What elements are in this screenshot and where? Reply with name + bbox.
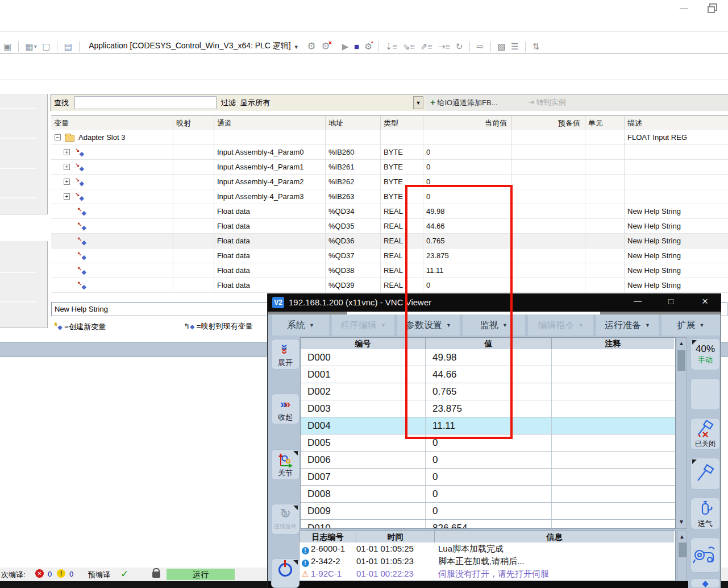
expand-expander-icon[interactable]: + <box>64 149 70 155</box>
run-to-cursor-icon[interactable]: ⇢≡ <box>438 36 450 57</box>
power-button[interactable] <box>271 558 299 588</box>
table-row[interactable]: + ↘◆ Input Assembly-4_Param3 %IB263BYTE … <box>51 189 728 204</box>
filter-combobox[interactable]: 显示所有 <box>240 98 270 108</box>
scrollbar-thumb[interactable] <box>677 350 685 371</box>
table-row[interactable]: + ↘◆ Input Assembly-4_Param2 %IB262BYTE … <box>51 175 728 189</box>
column-header-prepared-value[interactable]: 预备值 <box>512 116 585 131</box>
table-row[interactable]: ↖◆ Float data %QD34REAL 49.98 New Help S… <box>51 204 728 219</box>
table-row[interactable]: ↖◆ Float data %QD37REAL 23.875 New Help … <box>51 249 728 263</box>
column-header-mapping[interactable]: 映射 <box>173 116 214 131</box>
expand-expander-icon[interactable]: + <box>64 179 70 185</box>
table-row[interactable]: − Adapter Slot 3 FLOAT Input REG <box>51 130 728 145</box>
column-header-comment[interactable]: 注释 <box>552 338 674 349</box>
active-application-combobox[interactable]: Application [CODESYS_Control_Win_V3_x64:… <box>89 35 291 56</box>
tab-run-prepare[interactable]: 运行准备▼ <box>596 314 659 336</box>
vnc-close-button[interactable]: × <box>702 295 708 308</box>
vnc-minimize-button[interactable]: — <box>634 296 642 305</box>
table-row[interactable]: ↖◆ Float data %QD39REAL 0 New Help Strin… <box>51 278 728 293</box>
column-header-address[interactable]: 地址 <box>326 116 381 131</box>
table-row[interactable]: ↖◆ Float data %QD38REAL 11.11 New Help S… <box>51 263 728 278</box>
callstack-icon[interactable]: ☰ <box>511 36 518 57</box>
corner-marker <box>293 451 298 456</box>
paste-icon[interactable]: ▣ <box>3 36 11 57</box>
expand-expander-icon[interactable]: + <box>64 164 70 170</box>
log-row[interactable]: ! 2-342-2 01-01 01:05:23 脚本正在加载,请稍后... <box>299 555 675 568</box>
gripper-button[interactable] <box>690 537 720 573</box>
table-row[interactable]: + ↘◆ Input Assembly-4_Param0 %IB260BYTE … <box>51 145 728 160</box>
expand-expander-icon[interactable]: + <box>64 193 70 200</box>
register-row[interactable]: D010826.654 <box>301 520 675 529</box>
continuous-loop-button[interactable]: ↻ A 连续循环 <box>271 504 299 535</box>
library-dropdown-icon[interactable]: ▾ <box>34 36 37 57</box>
column-header-current-value[interactable]: 当前值 <box>423 116 512 131</box>
scroll-down-icon[interactable]: ▼ <box>676 517 687 527</box>
register-row[interactable]: D0090 <box>301 503 675 520</box>
filter-dropdown-button[interactable]: ▼ <box>413 96 423 109</box>
run-icon[interactable]: ▶ <box>342 36 349 57</box>
find-input[interactable] <box>74 96 217 109</box>
scroll-up-icon[interactable]: ▲ <box>676 339 687 348</box>
tool-closed-icon <box>691 419 719 439</box>
run-status-badge: 运行 <box>167 569 235 580</box>
library-icon[interactable]: ▦ <box>25 36 33 57</box>
diamond-icon: ◆ <box>702 578 709 588</box>
tab-edit-instruction[interactable]: 编辑指令▼ <box>528 314 593 336</box>
separator <box>378 42 378 52</box>
step-out-icon[interactable]: ⇗≡ <box>421 36 432 57</box>
scroll-up-icon[interactable]: ▲ <box>677 532 687 541</box>
register-table-scrollbar[interactable]: ▲ ▼ <box>676 337 687 529</box>
table-row[interactable]: ↖◆ Float data %QD35REAL 44.66 New Help S… <box>51 219 728 234</box>
precompile-ok-icon: ✓ <box>120 568 128 580</box>
gas-cylinder-icon <box>691 498 719 519</box>
column-header-unit[interactable]: 单元 <box>585 116 625 131</box>
expand-button[interactable]: »» 展开 <box>271 339 299 370</box>
compile-icon[interactable]: ⇅ <box>533 36 540 57</box>
air-supply-button[interactable]: 送气 <box>690 498 720 529</box>
goto-instance-button[interactable]: ⇥ 转到实例 <box>528 97 566 107</box>
tab-system[interactable]: 系统▼ <box>272 314 329 336</box>
chevron-down-icon: ▼ <box>309 322 314 328</box>
login-icon[interactable]: ⚙ <box>307 36 316 57</box>
mode-label: 手动 <box>691 355 719 365</box>
step-over-icon[interactable]: ⇣≡ <box>385 36 397 57</box>
log-row[interactable]: ! 2-6000-1 01-01 01:05:25 Lua脚本加载完成 <box>299 543 675 555</box>
column-header-channel[interactable]: 通道 <box>214 116 326 131</box>
joint-button[interactable]: 关节 <box>271 449 299 480</box>
application-combobox-arrow-icon[interactable]: ▾ <box>294 36 298 57</box>
register-row[interactable]: D0060 <box>301 452 675 469</box>
log-scrollbar[interactable]: ▲ <box>677 531 687 581</box>
collapse-expander-icon[interactable]: − <box>55 134 61 140</box>
vnc-maximize-button[interactable]: □ <box>668 296 673 306</box>
scrollbar-thumb[interactable] <box>679 543 687 557</box>
reset-icon[interactable]: ↻ <box>456 36 463 57</box>
speed-mode-button[interactable]: 40% 手动 <box>690 338 720 370</box>
chevron-down-icon: ▼ <box>381 322 386 328</box>
collapse-button[interactable]: »» 收起 <box>271 394 299 424</box>
tool-closed-button[interactable]: 已关闭 <box>690 418 720 450</box>
stop-icon[interactable]: ■ <box>354 36 359 57</box>
codesys-restore-button[interactable] <box>709 3 717 11</box>
step-into-icon[interactable]: ⇘≡ <box>403 36 415 57</box>
column-header-info[interactable]: 信息 <box>435 531 674 543</box>
column-header-log-id[interactable]: 日志编号 <box>299 531 356 543</box>
register-row[interactable]: D0080 <box>301 486 675 503</box>
column-header-description[interactable]: 描述 <box>625 116 728 131</box>
table-row[interactable]: + ↘◆ Input Assembly-4_Param1 %IB261BYTE … <box>51 160 728 175</box>
breakpoint-icon[interactable]: ▨ <box>497 36 505 57</box>
codesys-minimize-button[interactable]: — <box>680 3 688 13</box>
tab-extend[interactable]: 扩展▼ <box>662 314 720 336</box>
column-header-type[interactable]: 类型 <box>381 116 423 131</box>
tool-button[interactable] <box>690 458 720 490</box>
tab-program-edit[interactable]: 程序编辑▼ <box>332 314 394 336</box>
table-row[interactable]: ↖◆ Float data %QD36REAL 0.765 New Help S… <box>51 234 728 249</box>
register-row[interactable]: D0070 <box>301 469 675 486</box>
next-statement-icon[interactable]: ⇨ <box>476 36 484 57</box>
log-row[interactable]: ⚠ 1-92C-1 01-01 00:22:23 伺服没有打开，请先打开伺服 <box>299 568 675 580</box>
level-button[interactable]: ◆ <box>690 578 720 588</box>
add-fb-button[interactable]: + 给IO通道添加FB... <box>430 97 498 108</box>
build-icon[interactable]: ▤ <box>64 36 72 57</box>
blank-button[interactable] <box>690 378 720 410</box>
new-object-icon[interactable]: ▢ <box>42 36 50 57</box>
column-header-time[interactable]: 时间 <box>356 531 435 543</box>
column-header-variable[interactable]: 变量 <box>51 116 173 131</box>
